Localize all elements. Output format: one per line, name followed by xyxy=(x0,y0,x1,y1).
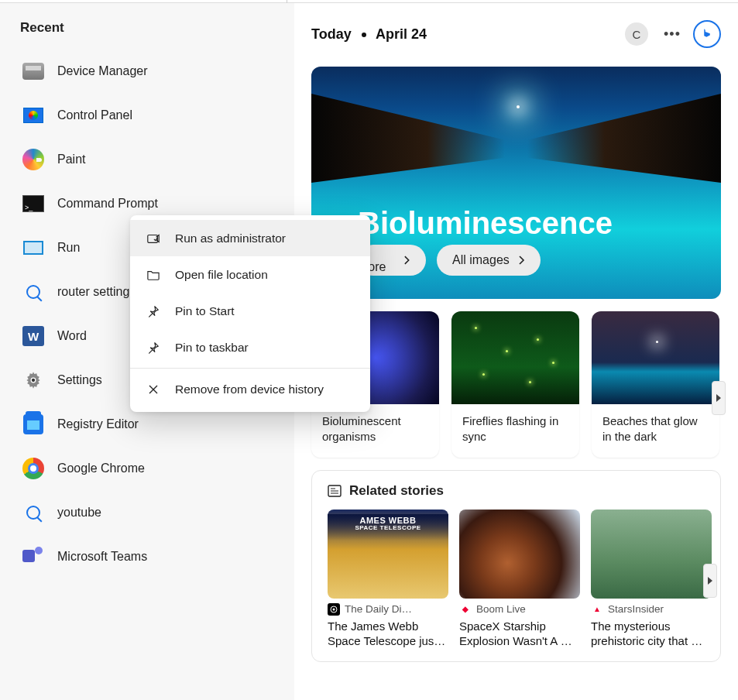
related-stories-heading: Related stories xyxy=(328,483,705,499)
story-source: ◆ Boom Live xyxy=(459,603,580,616)
recent-item-label: Microsoft Teams xyxy=(57,550,147,564)
recent-item-device-manager[interactable]: Device Manager xyxy=(20,53,294,90)
hero-title: Bioluminescence xyxy=(358,206,613,241)
related-stories-label: Related stories xyxy=(349,483,444,499)
hero-card[interactable]: Bioluminescence n more All images xyxy=(311,67,721,299)
paint-icon xyxy=(20,146,46,173)
recent-item-control-panel[interactable]: Control Panel xyxy=(20,97,294,134)
context-menu-item[interactable]: Run as administrator xyxy=(130,220,370,256)
all-images-label: All images xyxy=(452,253,510,267)
hero-image-pier-left xyxy=(311,94,505,183)
svg-point-2 xyxy=(32,379,35,382)
more-button[interactable]: ••• xyxy=(661,22,684,46)
cards-scroll-right-button[interactable] xyxy=(712,381,726,415)
image-card[interactable]: Beaches that glow in the dark xyxy=(592,311,719,458)
regedit-icon xyxy=(20,411,46,438)
context-menu: Run as administratorOpen file locationPi… xyxy=(130,215,370,412)
story-title: The James Webb Space Telescope jus… xyxy=(328,619,448,649)
source-badge-icon: ▲ xyxy=(591,603,603,616)
svg-point-6 xyxy=(333,608,335,610)
story-source-name: Boom Live xyxy=(476,603,526,615)
recent-item-chrome[interactable]: Google Chrome xyxy=(20,450,294,487)
card-image xyxy=(451,311,579,404)
header-today: Today xyxy=(311,26,352,42)
context-menu-item[interactable]: Pin to Start xyxy=(130,293,370,329)
card-image xyxy=(592,311,719,404)
bing-chat-button[interactable] xyxy=(693,20,721,48)
image-card[interactable]: Fireflies flashing in sync xyxy=(451,311,579,458)
settings-icon xyxy=(20,367,46,393)
source-badge-icon xyxy=(328,603,340,616)
story-title: SpaceX Starship Explosion Wasn't A … xyxy=(459,619,580,649)
stories-scroll-right-button[interactable] xyxy=(703,564,717,598)
x-icon xyxy=(144,383,163,396)
recent-item-label: Device Manager xyxy=(57,64,148,78)
user-avatar[interactable]: C xyxy=(625,22,648,46)
story-source: ▲ StarsInsider xyxy=(591,603,712,616)
source-badge-icon: ◆ xyxy=(459,603,472,616)
card-title: Fireflies flashing in sync xyxy=(451,404,579,458)
context-menu-remove-label: Remove from device history xyxy=(175,383,324,396)
context-menu-item-label: Pin to Start xyxy=(175,304,235,318)
recent-item-label: Paint xyxy=(57,153,85,166)
chevron-right-icon xyxy=(401,255,412,266)
context-menu-item-label: Pin to taskbar xyxy=(175,341,249,355)
context-menu-item-label: Run as administrator xyxy=(175,232,286,245)
cmd-icon xyxy=(20,190,46,217)
control-panel-icon xyxy=(20,102,46,129)
teams-icon xyxy=(20,544,46,570)
image-cards-row: Bioluminescent organisms Fireflies flash… xyxy=(311,311,721,458)
context-menu-remove[interactable]: Remove from device history xyxy=(130,371,370,407)
related-stories-panel: Related stories AMES WEBBSPACE TELESCOPE… xyxy=(311,470,721,662)
news-icon xyxy=(328,485,342,497)
pin-icon xyxy=(144,341,163,355)
recent-item-teams[interactable]: Microsoft Teams xyxy=(20,538,294,575)
dot-icon xyxy=(362,33,366,37)
chrome-icon xyxy=(20,455,46,482)
context-menu-item[interactable]: Pin to taskbar xyxy=(130,329,370,365)
recent-item-paint[interactable]: Paint xyxy=(20,141,294,178)
recent-item-search[interactable]: youtube xyxy=(20,494,294,531)
device-manager-icon xyxy=(20,58,46,84)
svg-rect-3 xyxy=(148,235,158,242)
pin-icon xyxy=(144,304,163,318)
recent-heading: Recent xyxy=(20,20,294,36)
admin-icon xyxy=(144,232,163,245)
story-source-name: StarsInsider xyxy=(608,603,664,615)
run-icon xyxy=(20,235,46,261)
header-date: Today April 24 xyxy=(311,26,427,43)
story-source: The Daily Di… xyxy=(328,603,448,616)
story-image: AMES WEBBSPACE TELESCOPE xyxy=(328,510,448,599)
card-title: Bioluminescent organisms xyxy=(311,404,439,458)
recent-item-label: Run xyxy=(57,241,80,255)
story-image xyxy=(459,510,580,599)
search-icon xyxy=(20,499,46,526)
all-images-button[interactable]: All images xyxy=(437,245,541,276)
recent-item-label: Word xyxy=(57,329,87,343)
story-image xyxy=(591,510,712,599)
folder-icon xyxy=(144,269,163,281)
recent-item-label: router settings xyxy=(57,285,136,299)
header: Today April 24 C ••• xyxy=(311,20,721,48)
chevron-right-icon xyxy=(516,255,527,266)
recent-item-label: Registry Editor xyxy=(57,417,139,431)
recent-item-label: Settings xyxy=(57,373,102,387)
story-card[interactable]: ▲ StarsInsider The mysterious prehistori… xyxy=(591,510,712,649)
story-source-name: The Daily Di… xyxy=(345,603,412,615)
hero-image-pier-right xyxy=(527,94,721,183)
recent-item-label: Command Prompt xyxy=(57,197,158,211)
header-date-value: April 24 xyxy=(376,26,427,42)
context-menu-separator xyxy=(130,368,370,369)
recent-item-label: Control Panel xyxy=(57,108,132,122)
recent-item-label: youtube xyxy=(57,506,101,520)
recent-item-label: Google Chrome xyxy=(57,462,145,475)
context-menu-item-label: Open file location xyxy=(175,268,268,282)
context-menu-item[interactable]: Open file location xyxy=(130,256,370,293)
story-card[interactable]: AMES WEBBSPACE TELESCOPE The Daily Di… T… xyxy=(328,510,448,649)
story-card[interactable]: ◆ Boom Live SpaceX Starship Explosion Wa… xyxy=(459,510,580,649)
hero-image-glow xyxy=(517,105,520,108)
word-icon: W xyxy=(20,323,46,349)
card-title: Beaches that glow in the dark xyxy=(592,404,719,458)
story-title: The mysterious prehistoric city that … xyxy=(591,619,712,649)
search-icon xyxy=(20,279,46,305)
